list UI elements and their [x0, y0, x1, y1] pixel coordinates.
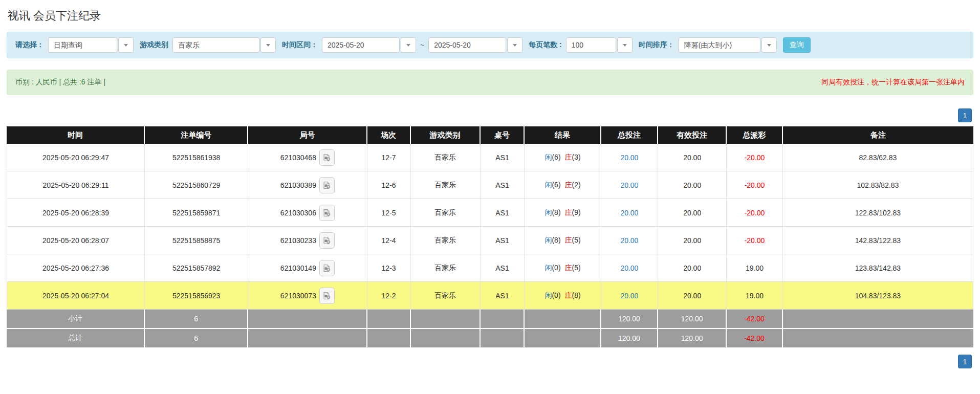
- table-summary: 小计 6 120.00 120.00 -42.00 总计 6 120.00 12…: [7, 310, 973, 348]
- query-type-value[interactable]: 日期查询: [48, 37, 117, 53]
- round-id-text: 621030389: [280, 181, 316, 189]
- col-session: 场次: [367, 126, 411, 144]
- result-banker-label: 庄: [565, 181, 572, 189]
- video-replay-icon: [323, 236, 331, 245]
- date-to-value[interactable]: 2025-05-20: [428, 37, 506, 53]
- chevron-down-icon[interactable]: [507, 37, 522, 53]
- cell-game-type: 百家乐: [411, 171, 481, 199]
- cell-payout: -20.00: [727, 199, 783, 227]
- video-replay-icon[interactable]: [319, 232, 335, 249]
- cell-payout: -20.00: [727, 227, 783, 254]
- cell-round-id: 621030389: [248, 171, 367, 199]
- result-player-label: 闲: [545, 291, 552, 299]
- table-row: 2025-05-20 06:27:36 522515857892 6210301…: [7, 254, 973, 282]
- table-row: 2025-05-20 06:28:39 522515859871 6210303…: [7, 199, 973, 227]
- date-to-select[interactable]: 2025-05-20: [428, 37, 522, 53]
- total-bet-link[interactable]: 20.00: [620, 154, 638, 162]
- cell-total-bet: 20.00: [601, 199, 658, 227]
- total-count: 6: [145, 329, 248, 348]
- result-player-value: (6): [552, 153, 560, 161]
- table-row: 2025-05-20 06:29:47 522515861938 6210304…: [7, 144, 973, 171]
- chevron-down-icon[interactable]: [260, 37, 276, 53]
- total-bet-link[interactable]: 20.00: [620, 292, 638, 300]
- cell-remark: 123.83/142.83: [783, 254, 973, 282]
- video-replay-icon[interactable]: [319, 260, 335, 276]
- result-banker-value: (2): [572, 181, 581, 189]
- table-body: 2025-05-20 06:29:47 522515861938 6210304…: [7, 144, 973, 310]
- cell-table-no: AS1: [481, 254, 525, 282]
- chevron-down-icon: [623, 44, 627, 47]
- page-root: 视讯 会员下注纪录 请选择： 日期查询 游戏类别 百家乐 时间区间： 2025-…: [0, 0, 980, 368]
- cell-bet-id: 522515857892: [145, 254, 248, 282]
- subtotal-label: 小计: [7, 310, 145, 329]
- subtotal-payout: -42.00: [727, 310, 783, 329]
- cell-session: 12-6: [367, 171, 411, 199]
- cell-time: 2025-05-20 06:28:07: [7, 227, 145, 254]
- cell-total-bet: 20.00: [601, 254, 658, 282]
- video-replay-icon[interactable]: [319, 177, 335, 193]
- video-replay-icon[interactable]: [319, 205, 335, 221]
- page-size-value[interactable]: 100: [566, 37, 616, 53]
- col-time: 时间: [7, 126, 145, 144]
- cell-game-type: 百家乐: [411, 227, 481, 254]
- cell-time: 2025-05-20 06:29:47: [7, 144, 145, 171]
- cell-result: 闲(0)庄(8): [525, 282, 601, 310]
- date-range-tilde: ~: [420, 41, 424, 49]
- video-replay-icon: [323, 154, 331, 162]
- result-banker-label: 庄: [565, 291, 572, 299]
- total-bet-link[interactable]: 20.00: [620, 264, 638, 272]
- chevron-down-icon[interactable]: [118, 37, 134, 53]
- page-size-select[interactable]: 100: [566, 37, 633, 53]
- date-from-value[interactable]: 2025-05-20: [322, 37, 400, 53]
- cell-result: 闲(6)庄(3): [525, 144, 601, 171]
- game-type-value[interactable]: 百家乐: [172, 37, 259, 53]
- result-banker-value: (5): [572, 264, 581, 272]
- query-type-label: 请选择：: [15, 40, 44, 50]
- result-player-label: 闲: [545, 264, 552, 272]
- time-sort-value[interactable]: 降冪(由大到小): [679, 37, 760, 53]
- chevron-down-icon[interactable]: [761, 37, 777, 53]
- col-total-bet: 总投注: [601, 126, 658, 144]
- game-type-select[interactable]: 百家乐: [172, 37, 276, 53]
- chevron-down-icon[interactable]: [617, 37, 633, 53]
- result-player-value: (0): [552, 291, 560, 299]
- cell-total-bet: 20.00: [601, 171, 658, 199]
- total-total-bet: 120.00: [601, 329, 658, 348]
- chevron-down-icon[interactable]: [401, 37, 416, 53]
- cell-table-no: AS1: [481, 199, 525, 227]
- cell-round-id: 621030073: [248, 282, 367, 310]
- cell-remark: 82.83/62.83: [783, 144, 973, 171]
- result-player-label: 闲: [545, 208, 552, 216]
- cell-valid-bet: 20.00: [658, 282, 727, 310]
- video-replay-icon[interactable]: [319, 288, 335, 304]
- time-sort-label: 时间排序：: [639, 40, 674, 50]
- page-button[interactable]: 1: [958, 108, 972, 122]
- search-button[interactable]: 查询: [783, 37, 811, 53]
- cell-remark: 142.83/122.83: [783, 227, 973, 254]
- table-row: 2025-05-20 06:27:04 522515856923 6210300…: [7, 282, 973, 310]
- video-replay-icon: [323, 209, 331, 217]
- cell-bet-id: 522515861938: [145, 144, 248, 171]
- video-replay-icon[interactable]: [319, 149, 335, 166]
- total-bet-link[interactable]: 20.00: [620, 236, 638, 245]
- cell-table-no: AS1: [481, 144, 525, 171]
- video-replay-icon: [323, 181, 331, 189]
- table-row: 2025-05-20 06:29:11 522515860729 6210303…: [7, 171, 973, 199]
- cell-total-bet: 20.00: [601, 227, 658, 254]
- result-player-value: (8): [552, 236, 560, 244]
- subtotal-total-bet: 120.00: [601, 310, 658, 329]
- page-button[interactable]: 1: [958, 355, 972, 368]
- total-bet-link[interactable]: 20.00: [620, 209, 638, 217]
- cell-time: 2025-05-20 06:27:36: [7, 254, 145, 282]
- cell-valid-bet: 20.00: [658, 227, 727, 254]
- cell-session: 12-2: [367, 282, 411, 310]
- time-sort-select[interactable]: 降冪(由大到小): [679, 37, 777, 53]
- query-type-select[interactable]: 日期查询: [48, 37, 134, 53]
- cell-payout: -20.00: [727, 144, 783, 171]
- cell-result: 闲(8)庄(5): [525, 227, 601, 254]
- cell-game-type: 百家乐: [411, 254, 481, 282]
- cell-table-no: AS1: [481, 282, 525, 310]
- date-from-select[interactable]: 2025-05-20: [322, 37, 416, 53]
- total-bet-link[interactable]: 20.00: [620, 181, 638, 189]
- cell-time: 2025-05-20 06:27:04: [7, 282, 145, 310]
